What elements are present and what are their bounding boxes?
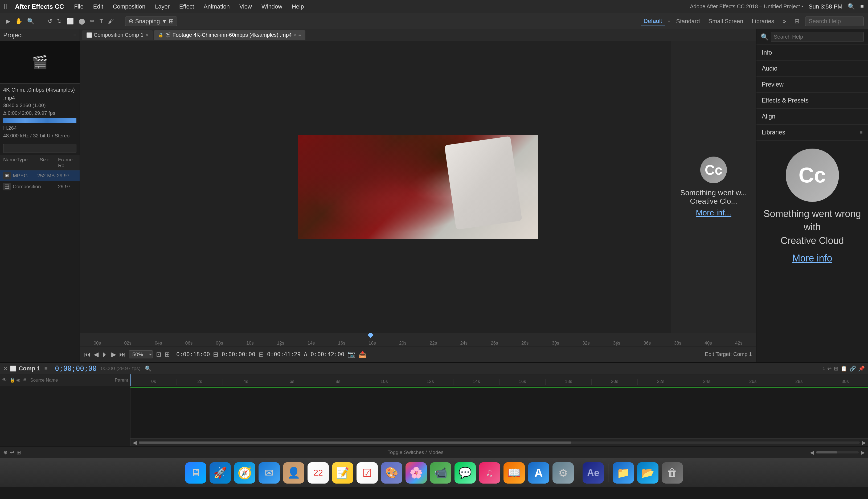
dock-itunes[interactable]: ♫ <box>479 462 500 484</box>
tl-btn-2[interactable]: ↩ <box>827 365 832 372</box>
tl-btn-1[interactable]: ↕ <box>822 365 825 372</box>
tool-hand[interactable]: ✋ <box>14 17 24 26</box>
ctrl-skip-start[interactable]: ⏮ <box>84 351 90 358</box>
libraries-expand[interactable]: ≡ <box>859 130 863 135</box>
tool-select[interactable]: ▶ <box>4 17 12 26</box>
project-panel-menu[interactable]: ≡ <box>73 32 76 38</box>
tl-close[interactable]: ✕ <box>3 365 8 372</box>
dock-reminders[interactable]: ☑ <box>356 462 378 484</box>
dock-photos[interactable]: 🌸 <box>405 462 427 484</box>
menu-help[interactable]: Help <box>290 2 306 11</box>
workspace-standard[interactable]: Standard <box>673 17 702 26</box>
dock-safari[interactable]: 🧭 <box>234 462 255 484</box>
dock-cloud-folder[interactable]: 📂 <box>637 462 659 484</box>
ctrl-fit[interactable]: ⊡ <box>156 351 161 358</box>
dock-finder[interactable]: 🖥 <box>185 462 206 484</box>
menu-edit[interactable]: Edit <box>91 2 106 11</box>
menu-effect[interactable]: Effect <box>177 2 196 11</box>
ctrl-region[interactable]: ⊟ <box>213 351 218 358</box>
cc-more-info-link[interactable]: More inf... <box>696 208 731 217</box>
menu-layer[interactable]: Layer <box>153 2 172 11</box>
dock-facetime[interactable]: 📹 <box>430 462 451 484</box>
workspace-grid[interactable]: ⊞ <box>792 17 802 26</box>
tl-nav-left[interactable]: ◀ <box>810 449 814 455</box>
tool-ellipse[interactable]: ⬤ <box>77 17 87 26</box>
tl-scrollbar-thumb[interactable] <box>139 441 571 443</box>
toolbar-search-input[interactable] <box>805 16 864 26</box>
project-item-video[interactable]: 4K-Chim...0mbps (4ksamples) .mp4 MPEG 25… <box>0 170 80 181</box>
tl-ctrl-1[interactable]: ≡ <box>45 365 48 372</box>
workspace-default[interactable]: Default <box>641 16 665 26</box>
ctrl-resolution[interactable]: ⊞ <box>164 351 170 358</box>
dock-mail[interactable]: ✉ <box>258 462 280 484</box>
menu-window[interactable]: Window <box>259 2 284 11</box>
tl-scroll-right[interactable]: ▶ <box>862 439 866 446</box>
dock-ibooks[interactable]: 📖 <box>503 462 525 484</box>
viewer-playhead[interactable] <box>371 333 371 346</box>
dock-keynote[interactable]: 🎨 <box>381 462 402 484</box>
tl-btn-3[interactable]: ⊞ <box>834 365 839 372</box>
ctrl-export[interactable]: 📤 <box>359 351 367 358</box>
tl-bottom-3[interactable]: ⊞ <box>16 449 21 455</box>
apple-menu[interactable]:  <box>4 2 7 11</box>
tl-nav-right[interactable]: ▶ <box>861 449 865 455</box>
ctrl-prev-frame[interactable]: ◀ <box>94 351 98 358</box>
ctrl-next-frame[interactable]: ▶ <box>111 351 116 358</box>
zoom-select[interactable]: 50% 25% 100% <box>129 350 153 358</box>
tl-mini-scrollbar[interactable] <box>816 451 859 453</box>
tool-redo[interactable]: ↻ <box>56 17 63 26</box>
dock-contacts[interactable]: 👤 <box>283 462 304 484</box>
ctrl-time-end[interactable]: ⊟ <box>258 351 264 358</box>
dock-calendar[interactable]: 22 <box>307 462 329 484</box>
workspace-more[interactable]: » <box>780 17 788 26</box>
search-icon[interactable]: 🔍 <box>848 3 855 10</box>
footage-tab-menu[interactable]: ≡ <box>298 32 302 38</box>
right-panel-align[interactable]: Align <box>756 109 868 125</box>
dock-syspreferences[interactable]: ⚙ <box>552 462 574 484</box>
menu-animation[interactable]: Animation <box>201 2 232 11</box>
right-cc-more-link[interactable]: More info <box>792 253 832 264</box>
menu-view[interactable]: View <box>237 2 254 11</box>
dock-after-effects[interactable]: Ae <box>583 462 604 484</box>
project-item-comp[interactable]: Comp 1 Composition 29.97 <box>0 181 80 192</box>
comp-tab-close[interactable]: ✕ <box>145 33 149 38</box>
right-panel-libraries[interactable]: Libraries ≡ <box>756 125 868 141</box>
snapping-toggle[interactable]: ⊕ Snapping ▼ ⊞ <box>125 16 177 26</box>
dock-messages[interactable]: 💬 <box>454 462 476 484</box>
tool-pen[interactable]: ✏ <box>88 17 96 26</box>
tool-zoom[interactable]: 🔍 <box>26 17 36 26</box>
dock-appstore[interactable]: A <box>528 462 549 484</box>
right-search-input[interactable] <box>771 32 864 42</box>
tool-undo[interactable]: ↺ <box>46 17 54 26</box>
viewer-tab-comp[interactable]: ⬜ Composition Comp 1 ✕ <box>82 31 153 40</box>
menu-file[interactable]: File <box>72 2 85 11</box>
tool-box[interactable]: ⬜ <box>65 17 75 26</box>
right-panel-audio[interactable]: Audio <box>756 61 868 77</box>
tl-btn-6[interactable]: 📌 <box>858 365 865 372</box>
app-name[interactable]: After Effects CC <box>15 3 64 10</box>
right-panel-preview[interactable]: Preview <box>756 77 868 93</box>
menu-composition[interactable]: Composition <box>111 2 147 11</box>
dock-folder[interactable]: 📁 <box>613 462 634 484</box>
tl-bottom-2[interactable]: ↩ <box>10 449 14 455</box>
dock-launchpad[interactable]: 🚀 <box>209 462 231 484</box>
tool-text[interactable]: T <box>98 17 105 26</box>
ctrl-camera[interactable]: 📷 <box>347 351 355 358</box>
footage-tab-close[interactable]: ✕ <box>293 33 297 38</box>
tl-btn-4[interactable]: 📋 <box>841 365 847 372</box>
control-center-icon[interactable]: ≡ <box>860 3 864 10</box>
ctrl-skip-end[interactable]: ⏭ <box>119 351 126 358</box>
workspace-libraries[interactable]: Libraries <box>749 17 777 26</box>
ctrl-play[interactable]: ⏵ <box>102 351 108 358</box>
workspace-small-screen[interactable]: Small Screen <box>706 17 746 26</box>
tl-btn-5[interactable]: 🔗 <box>849 365 856 372</box>
tl-scroll-left[interactable]: ◀ <box>133 439 137 446</box>
tool-brush[interactable]: 🖌 <box>106 17 115 26</box>
timeline-time[interactable]: 0;00;00;00 <box>55 365 97 373</box>
tl-bottom-1[interactable]: ⊕ <box>3 449 8 455</box>
dock-notes[interactable]: 📝 <box>332 462 353 484</box>
viewer-tab-footage[interactable]: 🔒 🎬 Footage 4K-Chimei-inn-60mbps (4ksamp… <box>154 31 305 40</box>
tl-search[interactable]: 🔍 <box>145 365 151 372</box>
project-search-input[interactable] <box>3 144 76 153</box>
right-panel-info[interactable]: Info <box>756 45 868 61</box>
